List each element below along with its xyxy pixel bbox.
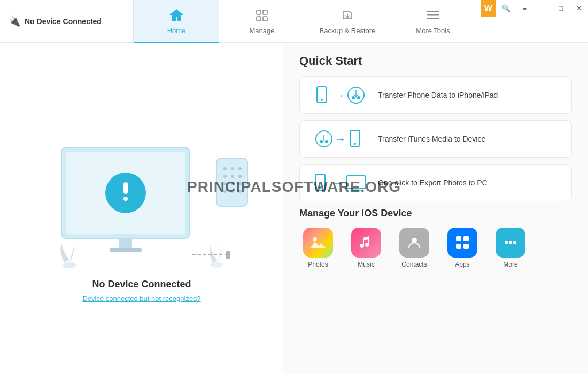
card-phone-to-itunes-icons: → xyxy=(311,85,369,105)
close-button[interactable]: ✕ xyxy=(570,0,588,17)
manage-ios-title: Manage Your iOS Device xyxy=(299,208,572,219)
app-logo: W xyxy=(481,0,496,17)
svg-rect-13 xyxy=(119,238,132,249)
svg-point-21 xyxy=(223,175,227,178)
manage-item-photos[interactable]: Photos xyxy=(299,228,337,268)
tab-backup-label: Backup & Restore xyxy=(320,27,376,35)
apps-icon-circle xyxy=(447,228,477,258)
card-itunes-to-device-label: Transfer iTunes Media to Device xyxy=(378,135,485,143)
manage-icon xyxy=(254,7,270,25)
svg-point-29 xyxy=(238,190,242,193)
backup-icon xyxy=(339,7,355,25)
card-itunes-to-device[interactable]: → Transfer iTunes Media to Device xyxy=(299,120,572,158)
left-panel: No Device Connected Device connected but… xyxy=(0,43,283,374)
svg-point-23 xyxy=(238,175,242,178)
manage-item-more[interactable]: More xyxy=(492,228,529,268)
menu-button[interactable]: ≡ xyxy=(515,0,533,17)
device-plug-icon: 🔌 xyxy=(9,15,20,27)
music-label: Music xyxy=(358,261,374,268)
svg-rect-51 xyxy=(463,244,469,249)
tools-icon xyxy=(425,7,441,25)
svg-point-24 xyxy=(223,182,227,185)
more-label: More xyxy=(503,261,517,268)
svg-point-46 xyxy=(313,237,317,241)
tab-home-label: Home xyxy=(167,27,186,35)
svg-point-12 xyxy=(123,197,128,201)
card-export-photos-label: One-click to Export Photos to PC xyxy=(378,178,488,187)
svg-point-25 xyxy=(231,182,234,185)
photos-icon-circle xyxy=(303,228,333,258)
manage-icons-row: Photos Music Contacts xyxy=(299,228,572,268)
svg-rect-6 xyxy=(427,18,439,19)
main-content: No Device Connected Device connected but… xyxy=(0,43,588,374)
device-section: 🔌 No Device Connected xyxy=(0,0,134,43)
device-name-label: No Device Connected xyxy=(25,17,102,26)
svg-point-7 xyxy=(63,262,76,268)
manage-item-apps[interactable]: Apps xyxy=(444,228,481,268)
svg-rect-14 xyxy=(110,248,142,252)
right-panel: Quick Start → Transfer Phone Data to iPh… xyxy=(283,43,588,374)
more-icon-circle xyxy=(496,228,525,258)
svg-rect-45 xyxy=(350,190,362,191)
maximize-button[interactable]: □ xyxy=(552,0,570,17)
device-illustration xyxy=(29,115,254,270)
tab-backup[interactable]: Backup & Restore xyxy=(305,0,390,43)
svg-point-18 xyxy=(223,167,227,170)
contacts-icon-circle xyxy=(399,228,429,258)
svg-rect-48 xyxy=(456,236,461,241)
svg-rect-17 xyxy=(216,158,247,206)
svg-rect-3 xyxy=(263,17,267,21)
tab-home[interactable]: Home xyxy=(134,0,219,43)
apps-label: Apps xyxy=(455,261,469,268)
svg-rect-2 xyxy=(257,17,261,21)
home-icon xyxy=(168,7,184,25)
card-phone-to-itunes-label: Transfer Phone Data to iPhone/iPad xyxy=(378,91,498,99)
svg-rect-43 xyxy=(346,176,366,189)
svg-point-40 xyxy=(354,143,356,145)
svg-point-42 xyxy=(319,186,321,189)
minimize-button[interactable]: — xyxy=(533,0,552,17)
svg-rect-1 xyxy=(263,10,267,14)
device-not-recognized-link[interactable]: Device connected but not recognized? xyxy=(82,294,200,302)
tab-tools[interactable]: More Tools xyxy=(390,0,476,43)
card-export-photos[interactable]: → One-click to Export Photos to PC xyxy=(299,164,572,201)
arrow-icon-3: → xyxy=(332,177,343,189)
svg-rect-16 xyxy=(226,251,230,259)
no-device-heading: No Device Connected xyxy=(92,279,191,290)
manage-item-contacts[interactable]: Contacts xyxy=(396,228,433,268)
card-export-photos-icons: → xyxy=(311,173,369,192)
svg-point-26 xyxy=(238,182,242,185)
card-itunes-to-device-icons: → xyxy=(311,129,369,149)
card-phone-to-itunes[interactable]: → Transfer Phone Data to iPhone/iPad xyxy=(299,76,572,114)
tab-manage-label: Manage xyxy=(250,27,275,35)
svg-point-54 xyxy=(513,241,516,244)
svg-rect-11 xyxy=(123,182,128,194)
svg-rect-50 xyxy=(456,244,461,249)
svg-point-28 xyxy=(231,190,234,193)
svg-point-30 xyxy=(210,262,223,268)
photos-label: Photos xyxy=(308,261,328,268)
svg-point-22 xyxy=(231,175,234,178)
svg-rect-5 xyxy=(427,14,439,15)
quick-start-title: Quick Start xyxy=(299,54,572,68)
svg-point-53 xyxy=(509,241,512,244)
tab-tools-label: More Tools xyxy=(416,27,450,35)
title-bar: W 🔍 ≡ — □ ✕ xyxy=(481,0,588,17)
svg-point-52 xyxy=(505,241,508,244)
arrow-icon: → xyxy=(334,89,345,102)
contacts-label: Contacts xyxy=(401,261,427,268)
search-button[interactable]: 🔍 xyxy=(498,0,516,17)
svg-rect-0 xyxy=(257,10,261,14)
tab-manage[interactable]: Manage xyxy=(219,0,305,43)
svg-point-27 xyxy=(223,190,227,193)
svg-rect-49 xyxy=(463,236,469,241)
manage-item-music[interactable]: Music xyxy=(347,228,385,268)
music-icon-circle xyxy=(351,228,381,258)
svg-point-32 xyxy=(321,99,323,101)
svg-point-19 xyxy=(231,167,234,170)
arrow-icon-2: → xyxy=(335,133,346,145)
svg-point-20 xyxy=(238,167,242,170)
svg-rect-4 xyxy=(427,11,439,12)
